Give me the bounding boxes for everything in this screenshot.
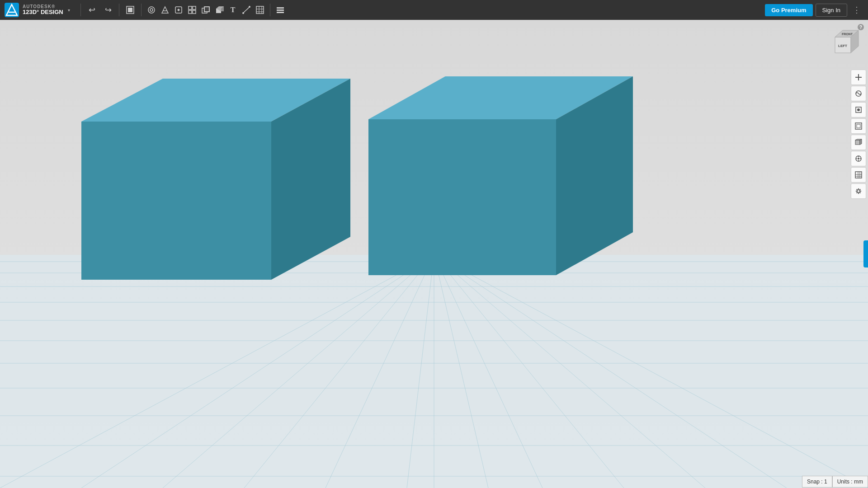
svg-rect-14 bbox=[204, 7, 209, 12]
topbar: AUTODESK® 123D° DESIGN ▾ ↩ ↪ bbox=[0, 0, 868, 20]
svg-point-5 bbox=[148, 7, 155, 13]
logo-area: AUTODESK® 123D° DESIGN ▾ bbox=[0, 3, 77, 17]
perspective-button[interactable] bbox=[851, 151, 866, 166]
svg-rect-75 bbox=[855, 140, 860, 145]
svg-rect-21 bbox=[256, 6, 264, 14]
redo-button[interactable]: ↪ bbox=[101, 3, 115, 17]
view-cube-svg: LEFT FRONT ? bbox=[828, 23, 864, 60]
settings-button[interactable] bbox=[851, 183, 866, 199]
svg-point-79 bbox=[858, 158, 859, 160]
measure-tool-button[interactable] bbox=[240, 4, 253, 16]
snap-status[interactable]: Snap : 1 bbox=[802, 476, 832, 488]
svg-text:LEFT: LEFT bbox=[838, 44, 847, 48]
more-menu-button[interactable]: ⋮ bbox=[850, 5, 863, 15]
svg-rect-28 bbox=[277, 7, 284, 9]
toolbar-divider-4 bbox=[270, 4, 270, 16]
go-premium-button[interactable]: Go Premium bbox=[765, 4, 812, 16]
svg-point-6 bbox=[150, 9, 153, 11]
svg-point-20 bbox=[249, 6, 250, 8]
scene-canvas bbox=[0, 20, 868, 488]
grid-tool-button[interactable] bbox=[254, 4, 266, 16]
render-mode-button[interactable] bbox=[851, 167, 866, 183]
svg-text:?: ? bbox=[859, 25, 862, 30]
svg-point-92 bbox=[856, 191, 857, 192]
zoom-in-button[interactable] bbox=[851, 70, 866, 85]
svg-point-95 bbox=[859, 192, 860, 193]
svg-rect-11 bbox=[189, 10, 192, 14]
modify-tool-button[interactable] bbox=[172, 4, 185, 16]
svg-rect-4 bbox=[128, 8, 132, 12]
autodesk-logo-icon bbox=[5, 3, 19, 17]
svg-marker-55 bbox=[81, 122, 271, 280]
svg-rect-9 bbox=[189, 6, 192, 9]
construct-tool-button[interactable] bbox=[159, 4, 171, 16]
sign-in-button[interactable]: Sign In bbox=[816, 4, 847, 17]
zoom-fit-button[interactable] bbox=[851, 102, 866, 117]
text-tool-button[interactable]: T bbox=[226, 4, 239, 16]
app-title: AUTODESK® 123D° DESIGN bbox=[23, 4, 63, 15]
undo-redo-group: ↩ ↪ bbox=[85, 3, 115, 17]
right-panel-toggle[interactable] bbox=[863, 240, 868, 267]
svg-point-96 bbox=[859, 189, 860, 190]
group-tool-button[interactable] bbox=[199, 4, 212, 16]
svg-point-90 bbox=[858, 188, 859, 189]
orbit-button[interactable] bbox=[851, 86, 866, 101]
svg-rect-12 bbox=[193, 10, 196, 14]
svg-marker-58 bbox=[368, 119, 556, 275]
transform-tool-button[interactable] bbox=[123, 3, 137, 17]
svg-point-19 bbox=[242, 12, 244, 14]
zoom-box-button[interactable] bbox=[851, 118, 866, 134]
toolbar-divider-3 bbox=[141, 4, 142, 16]
main-tools: T bbox=[145, 4, 266, 16]
svg-rect-73 bbox=[855, 123, 862, 129]
svg-rect-84 bbox=[855, 172, 862, 178]
svg-rect-27 bbox=[277, 9, 284, 11]
app-name-label: 123D° DESIGN bbox=[23, 9, 63, 15]
svg-point-97 bbox=[856, 192, 857, 193]
front-view-button[interactable] bbox=[851, 135, 866, 150]
undo-button[interactable]: ↩ bbox=[85, 3, 99, 17]
units-status[interactable]: Units : mm bbox=[832, 476, 868, 488]
nav-buttons-panel bbox=[851, 70, 866, 199]
statusbar: Snap : 1 Units : mm bbox=[802, 475, 868, 488]
viewport[interactable]: LEFT FRONT ? bbox=[0, 20, 868, 488]
sketch-tool-button[interactable] bbox=[145, 4, 158, 16]
svg-text:FRONT: FRONT bbox=[842, 33, 853, 36]
svg-point-93 bbox=[860, 191, 861, 192]
layers-tool-button[interactable] bbox=[274, 4, 287, 16]
svg-rect-74 bbox=[857, 124, 860, 128]
right-button-group: Go Premium Sign In ⋮ bbox=[765, 4, 868, 17]
view-cube[interactable]: LEFT FRONT ? bbox=[828, 23, 864, 61]
solid-tool-button[interactable] bbox=[213, 4, 226, 16]
toolbar-divider bbox=[80, 4, 81, 16]
svg-point-89 bbox=[857, 190, 860, 192]
layer-tool-group bbox=[274, 4, 287, 16]
toolbar-divider-2 bbox=[119, 4, 119, 16]
svg-point-72 bbox=[857, 108, 860, 111]
svg-rect-26 bbox=[277, 12, 284, 13]
app-menu-dropdown[interactable]: ▾ bbox=[68, 8, 70, 13]
pattern-tool-button[interactable] bbox=[186, 4, 198, 16]
svg-rect-10 bbox=[193, 6, 196, 9]
svg-point-94 bbox=[856, 189, 857, 190]
svg-point-91 bbox=[858, 193, 859, 194]
